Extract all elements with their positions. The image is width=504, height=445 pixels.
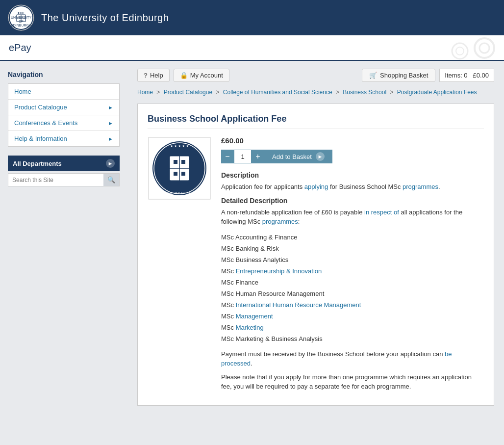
add-to-basket-button[interactable]: Add to Basket ► — [264, 150, 332, 163]
breadcrumb-sep-1: > — [156, 89, 160, 96]
action-bar-left: ? Help 🔒 My Account — [137, 69, 229, 82]
breadcrumb-home[interactable]: Home — [137, 89, 153, 96]
search-button[interactable]: 🔍 — [103, 174, 119, 186]
add-to-basket-row: − + Add to Basket ► — [221, 150, 484, 163]
basket-icon: 🛒 — [369, 72, 377, 79]
sidebar-item-home[interactable]: Home — [8, 84, 119, 100]
product-body: THE UNIVERSITY OF EDINBURGH ★ ★ ★ ★ ★ £6… — [148, 136, 484, 395]
description-title: Description — [221, 171, 484, 179]
action-bar-right: 🛒 Shopping Basket Items: 0 £0.00 — [362, 69, 494, 82]
product-details: £60.00 − + Add to Basket ► Description — [221, 136, 484, 395]
list-item: MSc Banking & Risk — [221, 243, 484, 254]
arrow-right-icon: ► — [316, 152, 325, 161]
quantity-input[interactable] — [234, 150, 252, 163]
dept-label: All Departments — [13, 160, 62, 167]
items-label: Items: 0 — [445, 72, 467, 79]
svg-text:THE UNIVERSITY OF EDINBURGH: THE UNIVERSITY OF EDINBURGH — [151, 191, 207, 195]
gear-decoration — [416, 35, 504, 61]
product-price: £60.00 — [221, 136, 484, 145]
chevron-right-icon: ► — [108, 105, 113, 110]
list-item: MSc Business Analytics — [221, 254, 484, 265]
qty-decrease-button[interactable]: − — [221, 150, 234, 163]
main-content: ? Help 🔒 My Account 🛒 Shopping Basket It… — [127, 61, 504, 445]
svg-point-9 — [475, 38, 494, 58]
svg-rect-21 — [174, 160, 177, 164]
sidebar-item-conferences[interactable]: Conferences & Events ► — [8, 115, 119, 131]
list-item: MSc Marketing — [221, 322, 484, 333]
breadcrumb-sep-4: > — [390, 89, 393, 96]
chevron-right-icon: ► — [108, 136, 113, 142]
description-text: Application fee for applicants applying … — [221, 182, 484, 192]
account-label: My Account — [190, 72, 223, 79]
university-logo: THE UNIVERSITY OF EDINBURGH — [8, 4, 34, 31]
search-input[interactable] — [8, 174, 103, 186]
dept-arrow-icon: ► — [106, 159, 115, 168]
product-card: Business School Application Fee — [137, 104, 494, 406]
sidebar-item-product-catalogue[interactable]: Product Catalogue ► — [8, 100, 119, 115]
list-item: MSc Human Resource Management — [221, 288, 484, 299]
svg-point-12 — [456, 47, 464, 55]
sidebar: Navigation Home Product Catalogue ► Conf… — [0, 61, 127, 445]
help-button[interactable]: ? Help — [137, 69, 170, 82]
search-row: 🔍 — [8, 173, 120, 186]
svg-text:EDINBURGH: EDINBURGH — [11, 24, 31, 27]
svg-rect-22 — [181, 160, 185, 164]
epay-label: ePay — [9, 42, 31, 53]
svg-rect-24 — [181, 172, 185, 176]
multiple-programme-note: Please note that if you apply for more t… — [221, 372, 484, 392]
breadcrumb-postgrad-fees[interactable]: Postgraduate Application Fees — [397, 89, 477, 96]
sidebar-home-label: Home — [14, 88, 31, 95]
svg-point-11 — [452, 43, 468, 59]
epay-bar: ePay — [0, 35, 504, 61]
nav-title: Navigation — [8, 71, 120, 79]
svg-rect-23 — [174, 172, 177, 176]
sidebar-nav: Home Product Catalogue ► Conferences & E… — [8, 83, 120, 147]
svg-point-10 — [479, 43, 489, 53]
list-item: MSc Entrepreneurship & Innovation — [221, 265, 484, 277]
university-crest-image: THE UNIVERSITY OF EDINBURGH ★ ★ ★ ★ ★ — [148, 136, 211, 200]
basket-items-count: Items: 0 £0.00 — [439, 69, 494, 82]
sidebar-help-label: Help & Information — [14, 135, 67, 142]
basket-label: Shopping Basket — [380, 72, 428, 79]
list-item: MSc International Human Resource Managem… — [221, 299, 484, 311]
breadcrumb-product-catalogue[interactable]: Product Catalogue — [164, 89, 212, 96]
action-bar: ? Help 🔒 My Account 🛒 Shopping Basket It… — [137, 69, 494, 82]
breadcrumb-college[interactable]: College of Humanities and Social Science — [223, 89, 332, 96]
breadcrumb: Home > Product Catalogue > College of Hu… — [137, 89, 494, 96]
list-item: MSc Finance — [221, 277, 484, 288]
question-icon: ? — [144, 72, 148, 79]
help-label: Help — [150, 72, 163, 79]
add-basket-label: Add to Basket — [272, 153, 312, 160]
breadcrumb-sep-2: > — [216, 89, 219, 96]
breadcrumb-sep-3: > — [336, 89, 339, 96]
breadcrumb-business-school[interactable]: Business School — [343, 89, 386, 96]
detailed-intro: A non-refundable application fee of £60 … — [221, 208, 484, 227]
my-account-button[interactable]: 🔒 My Account — [174, 69, 229, 82]
svg-text:★ ★ ★ ★ ★: ★ ★ ★ ★ ★ — [170, 144, 189, 148]
items-total: £0.00 — [473, 72, 489, 79]
lock-icon: 🔒 — [180, 72, 188, 79]
list-item: MSc Marketing & Business Analysis — [221, 333, 484, 344]
sidebar-item-help[interactable]: Help & Information ► — [8, 131, 119, 146]
payment-note: Payment must be received by the Business… — [221, 349, 484, 368]
chevron-right-icon: ► — [108, 120, 113, 126]
list-item: MSc Management — [221, 311, 484, 322]
programme-list: MSc Accounting & Finance MSc Banking & R… — [221, 232, 484, 344]
shopping-basket-button[interactable]: 🛒 Shopping Basket — [362, 69, 435, 82]
university-name: The University of Edinburgh — [41, 12, 169, 24]
list-item: MSc Accounting & Finance — [221, 232, 484, 243]
detailed-description-title: Detailed Description — [221, 197, 484, 205]
sidebar-conferences-label: Conferences & Events — [14, 119, 77, 127]
dept-bar: All Departments ► — [8, 156, 120, 171]
product-title: Business School Application Fee — [148, 114, 484, 129]
sidebar-product-label: Product Catalogue — [14, 104, 67, 111]
qty-increase-button[interactable]: + — [252, 150, 264, 163]
site-header: THE UNIVERSITY OF EDINBURGH The Universi… — [0, 0, 504, 35]
product-image: THE UNIVERSITY OF EDINBURGH ★ ★ ★ ★ ★ — [148, 136, 211, 395]
main-layout: Navigation Home Product Catalogue ► Conf… — [0, 61, 504, 445]
